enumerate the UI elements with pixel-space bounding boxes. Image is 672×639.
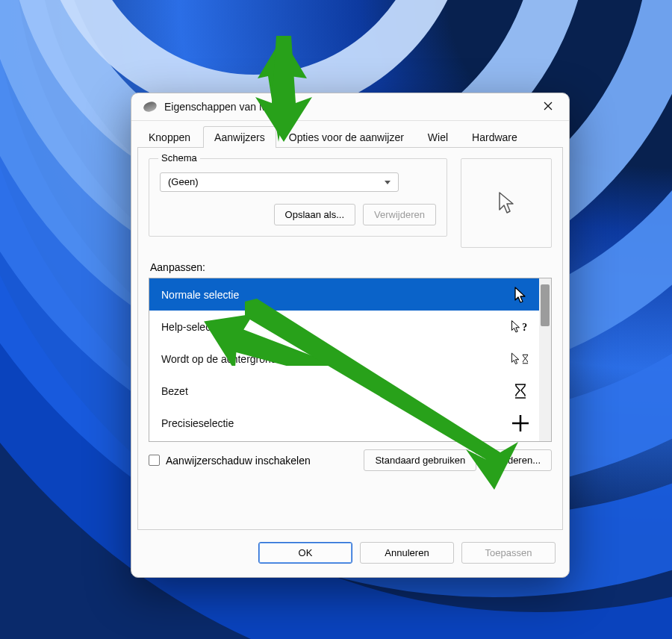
customize-label: Aanpassen: — [150, 261, 550, 273]
tab-opties-aanwijzer[interactable]: Opties voor de aanwijzer — [278, 126, 415, 148]
delete-button[interactable]: Verwijderen — [363, 204, 436, 225]
ok-button[interactable]: OK — [258, 542, 352, 564]
tab-wiel[interactable]: Wiel — [417, 126, 459, 148]
list-item-busy[interactable]: Bezet — [149, 375, 539, 407]
svg-text:?: ? — [522, 321, 527, 332]
window-title: Eigenschappen van Muis — [164, 101, 281, 113]
tab-hardware[interactable]: Hardware — [461, 126, 529, 148]
close-icon — [544, 102, 553, 110]
pointer-shadow-label: Aanwijzerschaduw inschakelen — [166, 455, 311, 467]
pointer-preview — [461, 158, 552, 248]
tab-knoppen[interactable]: Knoppen — [137, 126, 202, 148]
dialog-footer: OK Annuleren Toepassen — [131, 530, 569, 577]
list-item-label: Help-selectie — [161, 321, 222, 333]
list-item-label: Wordt op de achtergrond uitgevoerd — [161, 353, 329, 365]
schema-value: (Geen) — [168, 176, 198, 187]
list-item-label: Precisieselectie — [161, 417, 234, 429]
close-button[interactable] — [532, 94, 564, 118]
cursor-default-icon — [497, 192, 516, 214]
scrollbar-thumb[interactable] — [541, 284, 550, 326]
save-as-button[interactable]: Opslaan als... — [274, 204, 356, 225]
cursor-help-icon: ? — [511, 317, 530, 337]
mouse-icon — [142, 100, 158, 113]
tab-panel-aanwijzers: Schema (Geen) Opslaan als... Verwijderen… — [137, 148, 563, 530]
list-item-label: Normale selectie — [161, 289, 239, 301]
pointer-listbox[interactable]: Normale selectie Help-selectie ? — [149, 278, 552, 442]
list-item-normal-selection[interactable]: Normale selectie — [149, 278, 539, 311]
listbox-scrollbar[interactable] — [539, 278, 551, 441]
list-item-help-selection[interactable]: Help-selectie ? — [149, 311, 539, 343]
use-default-button[interactable]: Standaard gebruiken — [364, 449, 476, 471]
list-item-label: Bezet — [161, 385, 188, 397]
titlebar[interactable]: Eigenschappen van Muis — [131, 93, 569, 121]
tab-aanwijzers[interactable]: Aanwijzers — [203, 126, 276, 148]
schema-group: Schema (Geen) Opslaan als... Verwijderen — [149, 158, 447, 237]
schema-combobox[interactable]: (Geen) — [160, 172, 399, 192]
cancel-button[interactable]: Annuleren — [360, 542, 454, 564]
pointer-shadow-checkbox[interactable] — [149, 455, 160, 466]
cursor-default-icon — [511, 285, 530, 305]
browse-button[interactable]: Bladeren... — [482, 449, 552, 471]
cursor-cross-icon — [511, 414, 530, 433]
cursor-working-icon — [511, 349, 530, 369]
tabs: Knoppen Aanwijzers Opties voor de aanwij… — [137, 125, 563, 148]
list-item-working-background[interactable]: Wordt op de achtergrond uitgevoerd — [149, 343, 539, 375]
cursor-busy-icon — [511, 381, 530, 401]
schema-legend: Schema — [158, 152, 200, 163]
list-item-precision[interactable]: Precisieselectie — [149, 407, 539, 439]
mouse-properties-dialog: Eigenschappen van Muis Knoppen Aanwijzer… — [131, 93, 570, 578]
apply-button[interactable]: Toepassen — [461, 542, 556, 564]
